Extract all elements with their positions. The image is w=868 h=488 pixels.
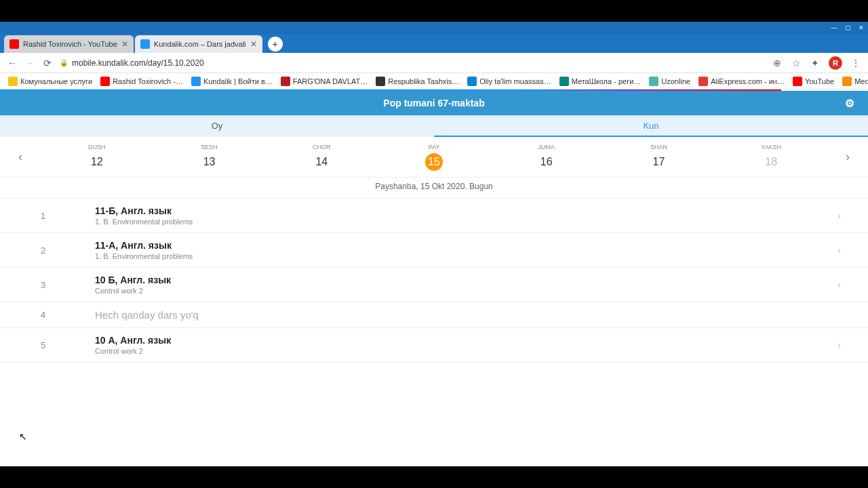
day-abbr: SHAN — [603, 144, 715, 150]
lesson-row[interactable]: 310 Б, Англ. языкControl work 2› — [0, 268, 868, 302]
day-number: 12 — [88, 153, 106, 171]
day-cell[interactable]: DUSH12 — [41, 144, 153, 171]
window-maximize-button[interactable]: ▢ — [844, 24, 852, 32]
day-abbr: YAKSH — [715, 144, 827, 150]
bookmark-label: Комунальные услуги — [20, 77, 92, 85]
next-week-button[interactable]: › — [827, 150, 868, 164]
tab-month[interactable]: Oy — [0, 115, 434, 137]
day-cell[interactable]: SHAN17 — [603, 144, 715, 171]
install-app-icon[interactable]: ⊕ — [772, 58, 783, 68]
url-text: mobile.kundalik.com/day/15.10.2020 — [72, 58, 204, 68]
page-title: Pop tumani 67-maktab — [383, 98, 484, 108]
lesson-body: 11-А, Англ. язык1. B. Environmental prob… — [95, 240, 837, 260]
lesson-row-empty: 4Hech qanday dars yo'q — [0, 302, 868, 328]
day-cell[interactable]: PAY15 — [378, 144, 490, 171]
bookmark-favicon-icon — [191, 77, 201, 86]
lesson-row[interactable]: 211-А, Англ. язык1. B. Environmental pro… — [0, 233, 868, 268]
lesson-body: 10 А, Англ. языкControl work 2 — [95, 335, 837, 355]
tab-day[interactable]: Kun — [434, 115, 868, 137]
day-cell[interactable]: JUMA16 — [490, 144, 603, 171]
lesson-number: 3 — [41, 280, 54, 290]
bookmark-item[interactable]: Respublika Tashxis… — [373, 75, 462, 87]
lesson-number: 5 — [41, 340, 54, 350]
day-number: 18 — [762, 153, 780, 171]
tab-title: Kundalik.com – Dars jadvali — [154, 40, 246, 48]
close-icon[interactable]: ✕ — [121, 39, 128, 49]
bookmark-label: FARG'ONA DAVLAT… — [293, 77, 368, 85]
chevron-right-icon: › — [837, 210, 841, 221]
reload-button[interactable]: ⟳ — [42, 58, 53, 68]
browser-tab-strip: Rashid Toxirovich - YouTube ✕ Kundalik.c… — [0, 34, 868, 53]
window-close-button[interactable]: ✕ — [857, 24, 865, 32]
close-icon[interactable]: ✕ — [250, 39, 257, 49]
bookmark-favicon-icon — [376, 77, 385, 86]
lesson-row[interactable]: 510 А, Англ. языкControl work 2› — [0, 328, 868, 363]
lesson-row[interactable]: 111-Б, Англ. язык1. B. Environmental pro… — [0, 199, 868, 233]
bookmark-label: AliExpress.com - ин… — [711, 77, 785, 85]
day-abbr: DUSH — [41, 144, 153, 150]
lesson-body: 10 Б, Англ. языкControl work 2 — [95, 274, 837, 295]
bookmark-item[interactable]: Kundalik | Войти в… — [189, 75, 275, 87]
day-cell[interactable]: SESH13 — [153, 144, 266, 171]
prev-week-button[interactable]: ‹ — [0, 150, 41, 164]
day-abbr: PAY — [378, 144, 490, 150]
bookmark-favicon-icon — [467, 77, 477, 86]
bookmark-item[interactable]: Uzonline — [646, 75, 693, 87]
lesson-title: 10 А, Англ. язык — [95, 335, 837, 346]
current-date-label: Payshanba, 15 Okt 2020. Bugun — [0, 178, 868, 199]
extensions-icon[interactable]: ✦ — [810, 58, 821, 68]
bookmark-item[interactable]: Rashid Toxirovich -… — [98, 75, 186, 87]
bookmark-item[interactable]: FARG'ONA DAVLAT… — [278, 75, 371, 87]
url-input[interactable]: 🔒 mobile.kundalik.com/day/15.10.2020 — [60, 58, 765, 68]
bookmark-label: Uzonline — [661, 77, 690, 85]
day-abbr: SESH — [153, 144, 266, 150]
chevron-right-icon: › — [837, 245, 841, 256]
bookmark-label: Oliy ta'lim muassas… — [479, 77, 551, 85]
lesson-subtitle: 1. B. Environmental problems — [95, 218, 837, 226]
lesson-number: 2 — [41, 245, 54, 256]
bookmark-favicon-icon — [649, 77, 658, 86]
view-tabs: Oy Kun — [0, 115, 868, 137]
day-number: 15 — [425, 153, 443, 171]
bookmark-favicon-icon — [100, 77, 110, 86]
mouse-cursor-icon: ↖ — [19, 431, 27, 442]
lesson-subtitle: Control work 2 — [95, 287, 837, 295]
day-abbr: CHOR — [265, 144, 378, 150]
window-minimize-button[interactable]: — — [830, 24, 838, 32]
day-cell[interactable]: YAKSH18 — [715, 144, 827, 171]
bookmark-item[interactable]: МетаШкола - реги… — [557, 75, 644, 87]
browser-tab-kundalik[interactable]: Kundalik.com – Dars jadvali ✕ — [135, 35, 262, 53]
forward-button: → — [24, 58, 35, 68]
lesson-subtitle: Control work 2 — [95, 347, 837, 355]
tab-title: Rashid Toxirovich - YouTube — [23, 40, 117, 48]
day-number: 16 — [538, 153, 555, 171]
back-button[interactable]: ← — [7, 58, 18, 68]
gear-icon[interactable]: ⚙ — [845, 97, 854, 110]
menu-icon[interactable]: ⋮ — [850, 58, 861, 68]
bookmarks-bar: Комунальные услугиRashid Toxirovich -…Ku… — [0, 73, 868, 89]
lesson-empty-text: Hech qanday dars yo'q — [95, 309, 854, 321]
bookmark-label: Kundalik | Войти в… — [203, 77, 273, 85]
bookmark-star-icon[interactable]: ☆ — [791, 58, 802, 68]
day-number: 14 — [313, 153, 330, 171]
bookmark-favicon-icon — [842, 77, 852, 86]
lesson-title: 11-А, Англ. язык — [95, 240, 837, 251]
page-content: Pop tumani 67-maktab ⚙ Oy Kun ‹ DUSH12SE… — [0, 89, 868, 466]
bookmark-item[interactable]: YouTube — [790, 75, 837, 87]
profile-avatar[interactable]: R — [829, 56, 842, 70]
bookmark-item[interactable]: AliExpress.com - ин… — [696, 75, 787, 87]
bookmark-item[interactable]: Комунальные услуги — [5, 75, 95, 87]
lock-icon: 🔒 — [60, 59, 68, 66]
week-strip: ‹ DUSH12SESH13CHOR14PAY15JUMA16SHAN17YAK… — [0, 137, 868, 178]
youtube-favicon-icon — [9, 39, 19, 49]
chevron-right-icon: › — [837, 340, 841, 350]
bookmark-favicon-icon — [793, 77, 802, 86]
bookmark-item[interactable]: Mediabay - Главна… — [840, 75, 868, 87]
day-cell[interactable]: CHOR14 — [265, 144, 378, 171]
browser-tab-youtube[interactable]: Rashid Toxirovich - YouTube ✕ — [4, 35, 134, 53]
day-number: 17 — [650, 153, 667, 171]
lesson-body: 11-Б, Англ. язык1. B. Environmental prob… — [95, 205, 837, 226]
lesson-number: 1 — [41, 211, 54, 221]
new-tab-button[interactable]: + — [268, 37, 283, 52]
bookmark-item[interactable]: Oliy ta'lim muassas… — [465, 75, 553, 87]
